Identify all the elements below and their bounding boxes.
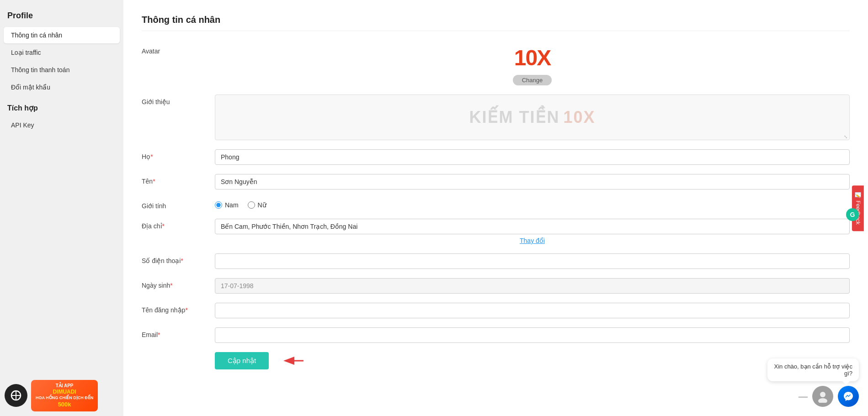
bio-kiem-tien-text: KIẾM TIỀN bbox=[469, 108, 559, 127]
ten-dang-nhap-input[interactable] bbox=[215, 303, 850, 318]
chat-avatar bbox=[812, 386, 833, 407]
avatar-row: Avatar 10X Change bbox=[142, 44, 850, 85]
bio-image[interactable]: KIẾM TIỀN 10X ⤡ bbox=[215, 95, 850, 140]
so-dien-thoai-field bbox=[215, 253, 850, 269]
gender-nu-label[interactable]: Nữ bbox=[248, 201, 266, 209]
bio-label: Giới thiệu bbox=[142, 95, 215, 105]
gender-group: Nam Nữ bbox=[215, 199, 850, 209]
avatar-logo-text: 10X bbox=[514, 45, 550, 70]
bio-row: Giới thiệu KIẾM TIỀN 10X ⤡ bbox=[142, 95, 850, 140]
app-icon[interactable] bbox=[5, 384, 27, 407]
ho-input[interactable] bbox=[215, 149, 850, 165]
gender-nam-label[interactable]: Nam bbox=[215, 201, 239, 209]
gender-nu-radio[interactable] bbox=[248, 201, 255, 209]
bottom-banner: TẢI APP DIMUADI HOA HỒNG CHIẾN DỊCH ĐẾN … bbox=[5, 380, 98, 411]
bio-10x-text: 10X bbox=[563, 108, 595, 127]
page-title: Thông tin cá nhân bbox=[142, 15, 850, 31]
avatar-logo: 10X bbox=[505, 44, 560, 71]
submit-button[interactable]: Cập nhật bbox=[215, 352, 269, 369]
gender-nam-text: Nam bbox=[225, 201, 239, 209]
avatar-change-button[interactable]: Change bbox=[513, 75, 552, 85]
ten-dang-nhap-row: Tên đăng nhập* bbox=[142, 303, 850, 318]
dia-chi-required: * bbox=[162, 222, 165, 230]
email-label: Email* bbox=[142, 327, 215, 338]
svg-point-5 bbox=[820, 392, 825, 397]
app-banner-amount: 500k bbox=[36, 401, 93, 409]
bio-watermark: KIẾM TIỀN 10X bbox=[469, 108, 595, 127]
avatar-section: 10X Change bbox=[215, 44, 850, 85]
sidebar: Profile Thông tin cá nhân Loại traffic T… bbox=[0, 0, 123, 416]
dia-chi-field: Thay đổi bbox=[215, 219, 850, 244]
submit-row: Cập nhật bbox=[142, 352, 850, 369]
sidebar-tich-hop-title: Tích hợp bbox=[0, 96, 123, 116]
chat-greeting: Xin chào, bạn cần hỗ trợ việc gì? bbox=[774, 363, 852, 377]
so-dien-thoai-input[interactable] bbox=[215, 253, 850, 269]
feedback-icon: 📝 bbox=[855, 192, 861, 199]
grammarly-letter: G bbox=[850, 211, 855, 218]
ten-required: * bbox=[153, 178, 155, 185]
messenger-button[interactable] bbox=[838, 386, 859, 407]
sidebar-item-thong-tin-ca-nhan[interactable]: Thông tin cá nhân bbox=[4, 27, 120, 43]
ten-input[interactable] bbox=[215, 174, 850, 190]
app-banner[interactable]: TẢI APP DIMUADI HOA HỒNG CHIẾN DỊCH ĐẾN … bbox=[31, 380, 98, 411]
submit-label-spacer bbox=[142, 352, 215, 356]
dia-chi-row: Địa chỉ* Thay đổi bbox=[142, 219, 850, 244]
gender-nam-radio[interactable] bbox=[215, 201, 222, 209]
app-icon-svg bbox=[9, 388, 23, 403]
sidebar-item-thong-tin-thanh-toan[interactable]: Thông tin thanh toán bbox=[4, 62, 120, 78]
ngay-sinh-input bbox=[215, 278, 850, 294]
ten-field bbox=[215, 174, 850, 190]
chat-avatar-icon bbox=[816, 390, 829, 403]
ho-field bbox=[215, 149, 850, 165]
sidebar-item-api-key[interactable]: API Key bbox=[4, 117, 120, 133]
app-banner-brand: DIMUADI bbox=[36, 389, 93, 396]
email-input[interactable] bbox=[215, 327, 850, 343]
ho-required: * bbox=[150, 153, 153, 160]
ho-row: Họ* bbox=[142, 149, 850, 165]
dia-chi-label: Địa chỉ* bbox=[142, 219, 215, 230]
grammarly-icon[interactable]: G bbox=[846, 208, 859, 221]
svg-point-6 bbox=[818, 398, 827, 403]
app-banner-app: TẢI APP bbox=[36, 383, 93, 389]
submit-field: Cập nhật bbox=[215, 352, 850, 369]
avatar-label: Avatar bbox=[142, 44, 215, 55]
bio-field: KIẾM TIỀN 10X ⤡ bbox=[215, 95, 850, 140]
email-row: Email* bbox=[142, 327, 850, 343]
dia-chi-change-link[interactable]: Thay đổi bbox=[215, 237, 850, 244]
ten-label: Tên* bbox=[142, 174, 215, 185]
gioi-tinh-label: Giới tính bbox=[142, 199, 215, 210]
email-field bbox=[215, 327, 850, 343]
so-dien-thoai-label: Số điện thoại* bbox=[142, 253, 215, 264]
ngay-sinh-field bbox=[215, 278, 850, 294]
dia-chi-input[interactable] bbox=[215, 219, 850, 234]
main-content: Thông tin cá nhân Avatar 10X Change Giới… bbox=[123, 0, 868, 416]
chat-bubble: Xin chào, bạn cần hỗ trợ việc gì? bbox=[767, 358, 859, 381]
chat-widget: Xin chào, bạn cần hỗ trợ việc gì? — bbox=[767, 358, 859, 407]
bio-resize-handle[interactable]: ⤡ bbox=[844, 134, 848, 139]
arrow-icon bbox=[282, 354, 304, 368]
gender-nu-text: Nữ bbox=[258, 201, 266, 209]
sidebar-item-loai-traffic[interactable]: Loại traffic bbox=[4, 44, 120, 61]
ngay-sinh-row: Ngày sinh* bbox=[142, 278, 850, 294]
ten-dang-nhap-label: Tên đăng nhập* bbox=[142, 303, 215, 314]
email-required: * bbox=[158, 331, 160, 338]
sidebar-item-doi-mat-khau[interactable]: Đổi mật khẩu bbox=[4, 79, 120, 95]
chat-buttons: — bbox=[799, 386, 859, 407]
gioi-tinh-row: Giới tính Nam Nữ bbox=[142, 199, 850, 210]
app-banner-promo: HOA HỒNG CHIẾN DỊCH ĐẾN bbox=[36, 395, 93, 401]
ten-dang-nhap-field bbox=[215, 303, 850, 318]
gioi-tinh-field: Nam Nữ bbox=[215, 199, 850, 209]
ho-label: Họ* bbox=[142, 149, 215, 160]
ten-row: Tên* bbox=[142, 174, 850, 190]
arrow-indicator bbox=[282, 354, 304, 368]
messenger-icon bbox=[843, 391, 854, 402]
sdt-required: * bbox=[181, 257, 183, 264]
ngay-sinh-required: * bbox=[170, 282, 172, 289]
avatar-field: 10X Change bbox=[215, 44, 850, 85]
ngay-sinh-label: Ngày sinh* bbox=[142, 278, 215, 289]
tdn-required: * bbox=[185, 306, 187, 314]
chat-minimize-button[interactable]: — bbox=[799, 391, 808, 402]
so-dien-thoai-row: Số điện thoại* bbox=[142, 253, 850, 269]
sidebar-profile-title: Profile bbox=[0, 7, 123, 26]
